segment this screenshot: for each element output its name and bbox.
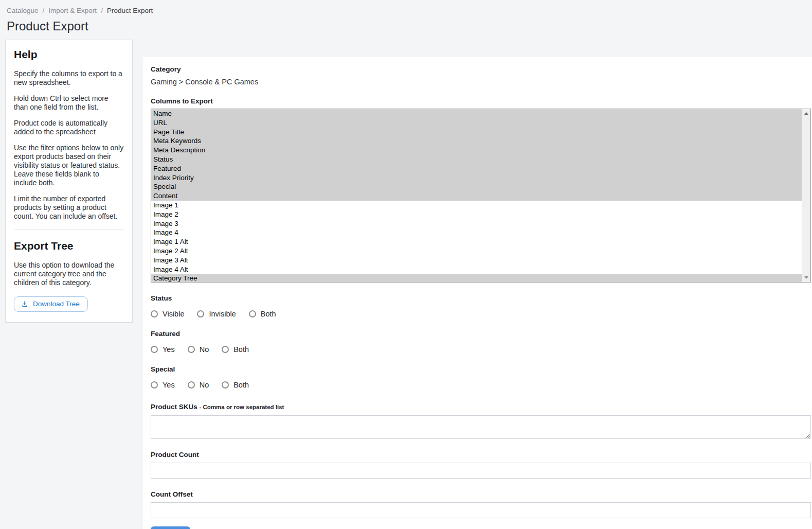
help-panel: Help Specify the columns to export to a … bbox=[5, 40, 133, 323]
radio-option[interactable]: Visible bbox=[151, 310, 184, 318]
radio-option[interactable]: Both bbox=[222, 381, 249, 389]
radio-option-label: Both bbox=[233, 345, 249, 354]
product-count-label: Product Count bbox=[151, 451, 811, 459]
help-paragraph: Limit the number of exported products by… bbox=[14, 195, 124, 221]
export-button[interactable]: Export bbox=[151, 526, 190, 529]
radio-option-label: No bbox=[200, 381, 209, 389]
product-skus-label: Product SKUs - Comma or row separated li… bbox=[151, 403, 811, 411]
product-skus-textarea[interactable] bbox=[151, 415, 811, 439]
help-paragraph: Hold down Ctrl to select more than one f… bbox=[14, 94, 124, 112]
columns-listbox-rows: NameURLPage TitleMeta KeywordsMeta Descr… bbox=[151, 109, 802, 282]
breadcrumb-separator: / bbox=[101, 7, 103, 14]
column-option[interactable]: URL bbox=[151, 118, 802, 128]
breadcrumb-item[interactable]: Import & Export bbox=[48, 7, 97, 14]
product-skus-hint: - Comma or row separated list bbox=[200, 404, 284, 410]
radio-option-label: Yes bbox=[163, 381, 175, 389]
radio-option-label: Both bbox=[233, 381, 249, 389]
featured-group: Featured YesNoBoth bbox=[151, 330, 811, 354]
radio-circle-icon[interactable] bbox=[188, 346, 195, 353]
radio-circle-icon[interactable] bbox=[151, 381, 158, 389]
help-divider bbox=[14, 230, 124, 230]
main-layout: Help Specify the columns to export to a … bbox=[0, 40, 812, 529]
breadcrumb-item[interactable]: Catalogue bbox=[7, 7, 39, 14]
count-offset-input[interactable] bbox=[151, 502, 811, 518]
special-label: Special bbox=[151, 365, 811, 373]
columns-listbox[interactable]: NameURLPage TitleMeta KeywordsMeta Descr… bbox=[151, 109, 811, 283]
scroll-down-icon[interactable] bbox=[802, 273, 810, 282]
column-option[interactable]: Image 1 bbox=[151, 201, 802, 210]
column-option[interactable]: Meta Description bbox=[151, 146, 802, 155]
radio-option[interactable]: Yes bbox=[151, 381, 175, 389]
column-option[interactable]: Content bbox=[151, 191, 802, 201]
breadcrumb: Catalogue/Import & Export/Product Export bbox=[0, 0, 812, 14]
category-label: Category bbox=[151, 65, 811, 73]
radio-option[interactable]: Invisible bbox=[197, 310, 236, 318]
featured-radio-row: YesNoBoth bbox=[151, 345, 811, 354]
radio-option[interactable]: No bbox=[188, 345, 209, 354]
status-radio-row: VisibleInvisibleBoth bbox=[151, 310, 811, 318]
special-group: Special YesNoBoth bbox=[151, 365, 811, 389]
column-option[interactable]: Image 4 bbox=[151, 228, 802, 237]
radio-option-label: Visible bbox=[163, 310, 184, 318]
column-option[interactable]: Status bbox=[151, 155, 802, 164]
radio-circle-icon[interactable] bbox=[249, 310, 256, 318]
radio-option[interactable]: No bbox=[188, 381, 209, 389]
radio-option-label: Yes bbox=[163, 345, 175, 354]
column-option[interactable]: Meta Keywords bbox=[151, 136, 802, 146]
radio-circle-icon[interactable] bbox=[151, 346, 158, 353]
featured-label: Featured bbox=[151, 330, 811, 338]
column-option[interactable]: Image 4 Alt bbox=[151, 265, 802, 274]
column-option[interactable]: Special bbox=[151, 182, 802, 191]
help-heading: Help bbox=[14, 48, 124, 61]
breadcrumb-separator: / bbox=[43, 7, 45, 14]
count-offset-label: Count Offset bbox=[151, 490, 811, 498]
special-radio-row: YesNoBoth bbox=[151, 381, 811, 389]
help-paragraph: Use the filter options below to only exp… bbox=[14, 144, 124, 187]
product-export-form: Category Gaming > Console & PC Games Col… bbox=[143, 57, 812, 529]
column-option[interactable]: Image 3 Alt bbox=[151, 256, 802, 265]
radio-option[interactable]: Both bbox=[249, 310, 276, 318]
column-option[interactable]: Image 2 bbox=[151, 210, 802, 219]
breadcrumb-item: Product Export bbox=[107, 7, 153, 14]
page-title: Product Export bbox=[0, 14, 812, 33]
radio-circle-icon[interactable] bbox=[188, 381, 195, 389]
column-option[interactable]: Image 1 Alt bbox=[151, 237, 802, 246]
radio-option[interactable]: Both bbox=[222, 345, 249, 354]
export-tree-heading: Export Tree bbox=[14, 240, 124, 252]
radio-circle-icon[interactable] bbox=[222, 381, 229, 389]
column-option[interactable]: Category Tree bbox=[151, 274, 802, 283]
column-option[interactable]: Featured bbox=[151, 164, 802, 173]
scroll-up-icon[interactable] bbox=[802, 109, 810, 118]
columns-to-export-label: Columns to Export bbox=[151, 97, 811, 105]
export-tree-description: Use this option to download the current … bbox=[14, 261, 124, 287]
help-paragraph: Specify the columns to export to a new s… bbox=[14, 69, 124, 87]
radio-circle-icon[interactable] bbox=[222, 346, 229, 353]
help-paragraph: Product code is automatically added to t… bbox=[14, 119, 124, 136]
column-option[interactable]: Image 3 bbox=[151, 219, 802, 228]
product-count-input[interactable] bbox=[151, 463, 811, 479]
radio-option-label: Invisible bbox=[209, 310, 236, 318]
download-tree-label: Download Tree bbox=[33, 300, 80, 308]
download-tree-button[interactable]: Download Tree bbox=[14, 296, 88, 312]
category-value: Gaming > Console & PC Games bbox=[151, 78, 811, 86]
radio-option-label: No bbox=[200, 345, 209, 354]
status-label: Status bbox=[151, 294, 811, 302]
download-icon bbox=[21, 301, 28, 308]
status-group: Status VisibleInvisibleBoth bbox=[151, 294, 811, 318]
radio-circle-icon[interactable] bbox=[197, 310, 204, 318]
column-option[interactable]: Image 2 Alt bbox=[151, 246, 802, 256]
column-option[interactable]: Name bbox=[151, 109, 802, 118]
listbox-scrollbar[interactable] bbox=[802, 109, 810, 282]
radio-option-label: Both bbox=[261, 310, 276, 318]
column-option[interactable]: Index Priority bbox=[151, 173, 802, 183]
radio-option[interactable]: Yes bbox=[151, 345, 175, 354]
column-option[interactable]: Page Title bbox=[151, 128, 802, 137]
radio-circle-icon[interactable] bbox=[151, 310, 158, 318]
